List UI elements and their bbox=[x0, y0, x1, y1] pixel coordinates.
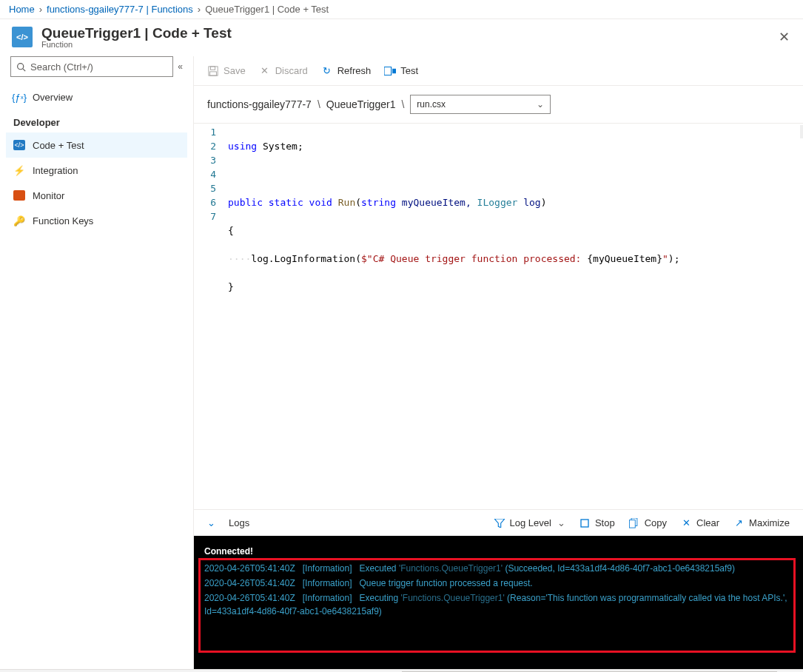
save-icon bbox=[207, 65, 219, 77]
test-button[interactable]: Test bbox=[384, 65, 418, 77]
button-label: Stop bbox=[595, 517, 615, 528]
search-input[interactable] bbox=[30, 61, 168, 73]
path-separator: \ bbox=[401, 98, 404, 110]
stop-icon bbox=[579, 517, 591, 529]
chevron-right-icon: › bbox=[198, 4, 201, 15]
logs-connected: Connected! bbox=[200, 543, 797, 561]
sidebar-item-label: Function Keys bbox=[33, 215, 93, 226]
svg-line-1 bbox=[22, 68, 24, 70]
filter-icon bbox=[494, 517, 505, 529]
logs-label: Logs bbox=[229, 517, 249, 528]
svg-rect-10 bbox=[630, 520, 636, 528]
svg-rect-3 bbox=[211, 66, 215, 69]
breadcrumb-current: QueueTrigger1 | Code + Test bbox=[205, 4, 329, 15]
monitor-icon bbox=[13, 190, 25, 201]
refresh-icon: ↻ bbox=[321, 65, 333, 77]
svg-marker-7 bbox=[494, 519, 505, 528]
search-icon bbox=[16, 62, 26, 72]
sidebar: « {ƒx} Overview Developer </> Code + Tes… bbox=[0, 56, 194, 669]
sidebar-item-label: Monitor bbox=[33, 190, 64, 201]
clear-icon: ✕ bbox=[680, 517, 692, 529]
button-label: Copy bbox=[645, 517, 667, 528]
logs-output[interactable]: Connected! 2020-04-26T05:41:40Z [Informa… bbox=[194, 536, 803, 669]
copy-button[interactable]: Copy bbox=[628, 517, 667, 529]
logs-toolbar: ⌄ Logs Log Level ⌄ Stop Copy bbox=[194, 509, 803, 536]
button-label: Maximize bbox=[749, 517, 790, 528]
chevron-down-icon: ⌄ bbox=[557, 517, 565, 528]
chevron-down-icon: ⌄ bbox=[537, 99, 544, 110]
button-label: Clear bbox=[696, 517, 719, 528]
breadcrumb: Home › functions-ggailey777-7 | Function… bbox=[0, 0, 803, 19]
sidebar-item-label: Code + Test bbox=[33, 140, 84, 151]
toolbar: Save ✕ Discard ↻ Refresh Test bbox=[194, 56, 803, 86]
refresh-button[interactable]: ↻ Refresh bbox=[321, 65, 372, 77]
sidebar-item-overview[interactable]: {ƒx} Overview bbox=[6, 84, 187, 110]
lightning-icon: ⚡ bbox=[13, 164, 25, 176]
sidebar-item-monitor[interactable]: Monitor bbox=[6, 183, 187, 208]
maximize-icon: ↗ bbox=[733, 517, 745, 529]
path-separator: \ bbox=[317, 98, 320, 110]
search-box[interactable] bbox=[10, 56, 173, 77]
test-icon bbox=[384, 65, 396, 77]
editor-content[interactable]: using System; public static void Run(str… bbox=[224, 124, 803, 509]
svg-rect-6 bbox=[392, 68, 396, 73]
page-header: </> QueueTrigger1 | Code + Test Function… bbox=[0, 19, 803, 56]
page-title: QueueTrigger1 | Code + Test bbox=[41, 25, 232, 41]
file-select-dropdown[interactable]: run.csx ⌄ bbox=[410, 95, 551, 114]
button-label: Save bbox=[224, 65, 246, 76]
key-icon: 🔑 bbox=[13, 215, 25, 226]
svg-rect-5 bbox=[384, 67, 392, 75]
button-label: Discard bbox=[275, 65, 308, 76]
code-editor[interactable]: 1 2 3 4 5 6 7 using System; public stati… bbox=[194, 123, 803, 509]
log-level-dropdown[interactable]: Log Level ⌄ bbox=[494, 517, 565, 529]
path-seg-function: QueueTrigger1 bbox=[326, 98, 396, 110]
discard-icon: ✕ bbox=[259, 65, 271, 77]
file-select-value: run.csx bbox=[417, 99, 446, 110]
chevron-down-icon[interactable]: ⌄ bbox=[207, 517, 215, 528]
log-line: 2020-04-26T05:41:40Z [Information] Execu… bbox=[200, 561, 797, 576]
log-line: 2020-04-26T05:41:40Z [Information] Execu… bbox=[200, 591, 797, 619]
breadcrumb-home[interactable]: Home bbox=[9, 4, 35, 15]
code-icon: </> bbox=[13, 140, 25, 150]
path-seg-app: functions-ggailey777-7 bbox=[207, 98, 312, 110]
svg-point-0 bbox=[17, 63, 23, 69]
editor-gutter: 1 2 3 4 5 6 7 bbox=[194, 124, 224, 509]
sidebar-item-integration[interactable]: ⚡ Integration bbox=[6, 158, 187, 183]
svg-rect-4 bbox=[210, 71, 217, 75]
button-label: Refresh bbox=[337, 65, 372, 76]
sidebar-section-developer: Developer bbox=[6, 110, 187, 132]
breadcrumb-parent[interactable]: functions-ggailey777-7 | Functions bbox=[47, 4, 193, 15]
function-icon: </> bbox=[12, 27, 33, 47]
collapse-sidebar-button[interactable]: « bbox=[178, 61, 183, 72]
main-panel: Save ✕ Discard ↻ Refresh Test functions-… bbox=[194, 56, 803, 669]
horizontal-scrollbar[interactable]: ◄ ► bbox=[0, 669, 803, 672]
button-label: Log Level bbox=[510, 517, 551, 528]
sidebar-item-function-keys[interactable]: 🔑 Function Keys bbox=[6, 208, 187, 233]
clear-button[interactable]: ✕ Clear bbox=[680, 517, 719, 529]
save-button[interactable]: Save bbox=[207, 65, 246, 77]
chevron-right-icon: › bbox=[39, 4, 42, 15]
sidebar-item-code-test[interactable]: </> Code + Test bbox=[6, 132, 187, 158]
sidebar-item-label: Integration bbox=[33, 165, 78, 176]
editor-overview-ruler bbox=[800, 125, 803, 138]
sidebar-item-label: Overview bbox=[33, 92, 73, 103]
svg-rect-8 bbox=[581, 520, 588, 527]
log-line: 2020-04-26T05:41:40Z [Information] Queue… bbox=[200, 576, 797, 591]
stop-button[interactable]: Stop bbox=[579, 517, 615, 529]
copy-icon bbox=[628, 517, 640, 529]
maximize-button[interactable]: ↗ Maximize bbox=[733, 517, 790, 529]
close-button[interactable]: ✕ bbox=[776, 30, 791, 44]
file-path-bar: functions-ggailey777-7 \ QueueTrigger1 \… bbox=[194, 86, 803, 123]
button-label: Test bbox=[400, 65, 418, 76]
overview-icon: {ƒx} bbox=[13, 91, 25, 103]
discard-button[interactable]: ✕ Discard bbox=[259, 65, 308, 77]
